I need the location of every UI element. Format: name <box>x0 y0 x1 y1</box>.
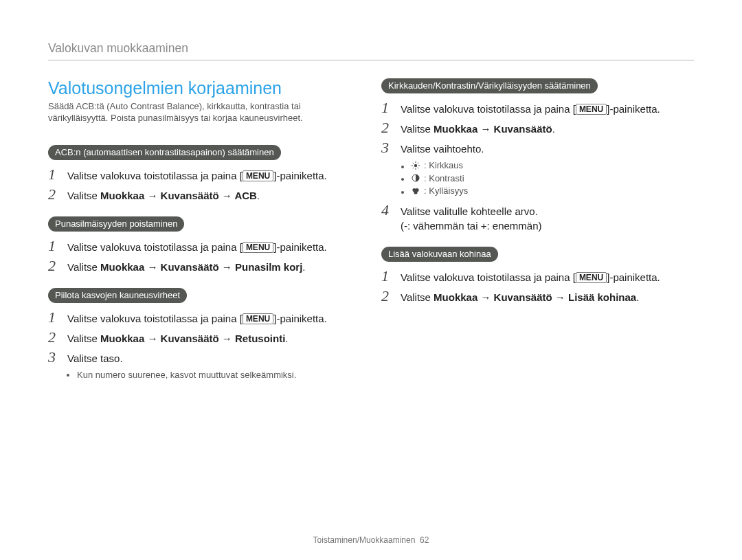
step-text: Valitse valokuva toistotilassa ja paina … <box>401 271 576 283</box>
step-item: Valitse valokuva toistotilassa ja paina … <box>48 237 361 257</box>
step-bold: Muokkaa → Kuvansäätö → ACB <box>100 190 257 201</box>
content-columns: Valotusongelmien korjaaminen Säädä ACB:t… <box>48 73 694 384</box>
steps-retouch: Valitse valokuva toistotilassa ja paina … <box>48 309 361 368</box>
step-text: Valitse valitulle kohteelle arvo. <box>401 205 538 217</box>
step-text: ]-painiketta. <box>273 170 327 181</box>
pill-acb: ACB:n (automaattisen kontrastitasapainon… <box>48 145 281 160</box>
step-text: ]-painiketta. <box>607 103 660 115</box>
step-item: Valitse valokuva toistotilassa ja paina … <box>381 267 694 287</box>
menu-key: MENU <box>576 272 607 283</box>
step-text: Valitse valokuva toistotilassa ja paina … <box>67 170 243 181</box>
svg-line-6 <box>418 167 418 168</box>
step-item: Valitse valokuva toistotilassa ja paina … <box>48 309 361 328</box>
step-text: Valitse <box>67 261 100 273</box>
option-label: : Kylläisyys <box>424 186 468 196</box>
manual-page: Valokuvan muokkaaminen Valotusongelmien … <box>0 0 742 560</box>
svg-line-5 <box>413 162 414 163</box>
note-item: Kun numero suurenee, kasvot muuttuvat se… <box>77 370 361 380</box>
menu-key: MENU <box>243 313 273 324</box>
svg-line-7 <box>413 167 414 168</box>
footer-page: 62 <box>420 535 429 545</box>
pill-redeye: Punasilmäisyyden poistaminen <box>48 216 184 232</box>
step-text: Valitse vaihtoehto. <box>401 143 484 155</box>
footer-section: Toistaminen/Muokkaaminen <box>313 535 416 545</box>
saturation-icon <box>412 187 420 195</box>
step-text: Valitse <box>401 123 434 135</box>
option-brightness: : Kirkkaus <box>412 160 694 172</box>
step-text: ]-painiketta. <box>273 241 327 253</box>
steps-adjust-cont: Valitse valitulle kohteelle arvo. (-: vä… <box>381 201 694 236</box>
adjust-options: : Kirkkaus : Kontrasti <box>412 160 694 197</box>
contrast-icon <box>412 174 420 182</box>
step-bold: Muokkaa → Kuvansäätö → Punasilm korj <box>100 261 302 273</box>
step-bold: Muokkaa → Kuvansäätö <box>434 123 552 135</box>
step-item: Valitse Muokkaa → Kuvansäätö → Retusoint… <box>48 328 361 348</box>
step-item: Valitse valokuva toistotilassa ja paina … <box>381 99 694 119</box>
retouch-notes: Kun numero suurenee, kasvot muuttuvat se… <box>77 370 361 380</box>
step-item: Valitse valitulle kohteelle arvo. (-: vä… <box>381 201 694 236</box>
option-label: : Kontrasti <box>424 173 464 183</box>
step-bold: Muokkaa → Kuvansäätö → Retusointi <box>100 333 285 344</box>
right-column: Kirkkauden/Kontrastin/Värikylläisyyden s… <box>381 73 694 384</box>
step-text: ]-painiketta. <box>273 313 327 324</box>
step-text: Valitse valokuva toistotilassa ja paina … <box>67 313 243 324</box>
option-label: : Kirkkaus <box>424 160 463 170</box>
step-bold: Muokkaa → Kuvansäätö → Lisää kohinaa <box>434 291 636 303</box>
brightness-icon <box>412 161 420 170</box>
step-item: Valitse taso. <box>48 348 361 368</box>
svg-point-0 <box>414 164 417 166</box>
step-text: . <box>257 190 260 201</box>
left-column: Valotusongelmien korjaaminen Säädä ACB:t… <box>48 73 361 384</box>
step-text: . <box>285 333 288 344</box>
steps-noise: Valitse valokuva toistotilassa ja paina … <box>381 267 694 307</box>
step-text: Valitse <box>401 291 434 303</box>
section-intro: Säädä ACB:tä (Auto Contrast Balance), ki… <box>48 101 361 124</box>
menu-key: MENU <box>576 104 607 115</box>
step-item: Valitse valokuva toistotilassa ja paina … <box>48 166 361 186</box>
steps-redeye: Valitse valokuva toistotilassa ja paina … <box>48 237 361 277</box>
pill-noise: Lisää valokuvaan kohinaa <box>381 247 498 262</box>
menu-key: MENU <box>243 242 273 253</box>
step-text: . <box>552 123 555 135</box>
breadcrumb: Valokuvan muokkaaminen <box>48 41 694 60</box>
section-title: Valotusongelmien korjaaminen <box>48 78 361 98</box>
step-text: Valitse valokuva toistotilassa ja paina … <box>67 241 243 253</box>
step-item: Valitse Muokkaa → Kuvansäätö → ACB. <box>48 186 361 205</box>
menu-key: MENU <box>243 170 273 181</box>
option-saturation: : Kylläisyys <box>412 186 694 197</box>
step-text: Valitse <box>67 333 100 344</box>
step-text: Valitse taso. <box>67 352 123 364</box>
step-text: (-: vähemmän tai +: enemmän) <box>401 220 542 232</box>
step-text: . <box>302 261 305 273</box>
step-text: Valitse valokuva toistotilassa ja paina … <box>401 103 576 115</box>
option-contrast: : Kontrasti <box>412 173 694 185</box>
svg-line-8 <box>418 162 418 163</box>
step-item: Valitse Muokkaa → Kuvansäätö. <box>381 119 694 139</box>
step-text: . <box>636 291 639 303</box>
steps-acb: Valitse valokuva toistotilassa ja paina … <box>48 166 361 205</box>
page-footer: Toistaminen/Muokkaaminen 62 <box>0 535 742 545</box>
step-item: Valitse Muokkaa → Kuvansäätö → Punasilm … <box>48 257 361 277</box>
step-text: Valitse <box>67 190 100 201</box>
svg-point-12 <box>414 190 417 194</box>
pill-adjust: Kirkkauden/Kontrastin/Värikylläisyyden s… <box>381 78 598 93</box>
step-item: Valitse Muokkaa → Kuvansäätö → Lisää koh… <box>381 287 694 307</box>
pill-retouch: Piilota kasvojen kauneusvirheet <box>48 288 187 303</box>
step-item: Valitse vaihtoehto. <box>381 139 694 159</box>
step-text: ]-painiketta. <box>607 271 660 283</box>
steps-adjust: Valitse valokuva toistotilassa ja paina … <box>381 99 694 159</box>
